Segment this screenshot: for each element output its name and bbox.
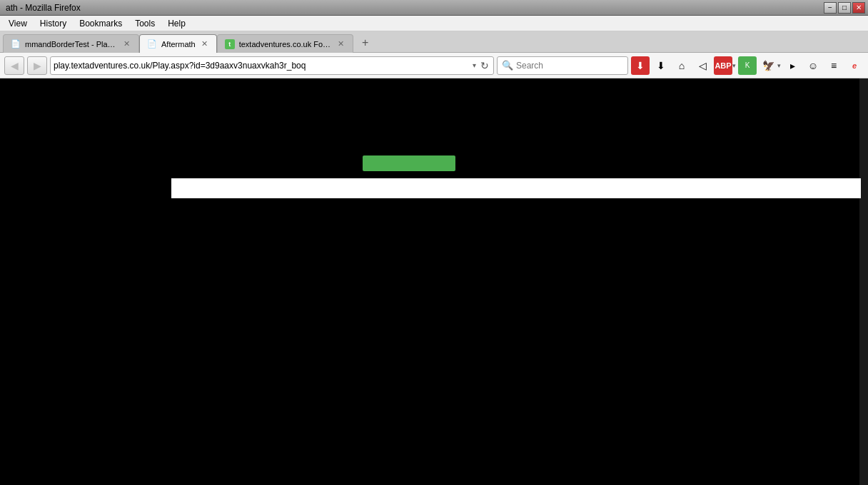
menu-history[interactable]: History: [34, 17, 72, 30]
abp-arrow[interactable]: ▾: [732, 62, 736, 69]
menu-bookmarks[interactable]: Bookmarks: [74, 17, 128, 30]
scrollbar[interactable]: [859, 78, 868, 485]
titlebar: ath - Mozilla Firefox − □ ✕: [0, 0, 868, 16]
tab-icon-commandbordertest: 📄: [11, 39, 21, 48]
tab-close-forums[interactable]: ✕: [336, 39, 345, 48]
more-button[interactable]: ▸: [783, 56, 802, 75]
close-button[interactable]: ✕: [852, 2, 865, 14]
kaspersky-icon[interactable]: K: [738, 56, 757, 75]
tab-textadventures-forums[interactable]: t textadventures.co.uk Forums... ✕: [217, 34, 353, 53]
toolbar-icons: ⬇ ⬇ ⌂ ◁ ABP ▾ K 🦅 ▾ ▸ ☺ ≡ e: [631, 56, 864, 75]
menubar: View History Bookmarks Tools Help: [0, 16, 868, 31]
abp-icon[interactable]: ABP: [714, 56, 732, 75]
tab-close-aftermath[interactable]: ✕: [200, 39, 209, 48]
extension-container: 🦅 ▾: [759, 56, 781, 75]
game-input-bar: [171, 178, 861, 198]
window-controls: − □ ✕: [824, 2, 865, 14]
search-bar: 🔍: [497, 56, 628, 75]
restore-button[interactable]: □: [838, 2, 851, 14]
tab-aftermath[interactable]: 📄 Aftermath ✕: [139, 34, 217, 53]
address-dropdown-icon[interactable]: ▾: [473, 61, 476, 69]
menu-tools[interactable]: Tools: [129, 17, 161, 30]
address-bar: ▾ ↻: [50, 56, 494, 75]
download-icon[interactable]: ⬇: [652, 56, 670, 75]
tabbar: 📄 mmandBorderTest - Play o... ✕ 📄 Afterm…: [0, 31, 868, 53]
tab-close-commandbordertest[interactable]: ✕: [122, 39, 131, 48]
game-input[interactable]: [174, 183, 858, 194]
search-input[interactable]: [516, 61, 623, 71]
back-button[interactable]: ◀: [4, 56, 24, 75]
minimize-button[interactable]: −: [824, 2, 837, 14]
emoji-icon[interactable]: ☺: [804, 56, 822, 75]
new-tab-button[interactable]: +: [356, 34, 375, 52]
home-icon[interactable]: ⌂: [672, 56, 691, 75]
ebay-icon[interactable]: e: [845, 56, 864, 75]
hamburger-menu-icon[interactable]: ≡: [824, 56, 843, 75]
tab-commandbordertest[interactable]: 📄 mmandBorderTest - Play o... ✕: [3, 34, 139, 53]
reload-button[interactable]: ↻: [479, 58, 490, 73]
address-input[interactable]: [54, 61, 470, 71]
forward-button[interactable]: ▶: [27, 56, 47, 75]
pocket-icon[interactable]: ⬇: [631, 56, 650, 75]
page-content: [0, 78, 868, 485]
abp-container: ABP ▾: [714, 56, 736, 75]
tab-icon-aftermath: 📄: [147, 39, 157, 48]
tab-icon-forums: t: [225, 39, 235, 49]
extension-arrow[interactable]: ▾: [777, 62, 781, 69]
menu-view[interactable]: View: [3, 17, 33, 30]
navbar: ◀ ▶ ▾ ↻ 🔍 ⬇ ⬇ ⌂ ◁ ABP ▾ K 🦅 ▾ ▸ ☺ ≡ e: [0, 53, 868, 78]
search-icon: 🔍: [502, 60, 513, 71]
extension-icon[interactable]: 🦅: [759, 56, 777, 75]
menu-help[interactable]: Help: [162, 17, 191, 30]
tab-label-commandbordertest: mmandBorderTest - Play o...: [25, 40, 118, 48]
green-button[interactable]: [363, 155, 455, 171]
tab-label-forums: textadventures.co.uk Forums...: [239, 40, 332, 48]
tab-label-aftermath: Aftermath: [161, 40, 196, 48]
window-title: ath - Mozilla Firefox: [3, 3, 81, 13]
send-icon[interactable]: ◁: [693, 56, 712, 75]
